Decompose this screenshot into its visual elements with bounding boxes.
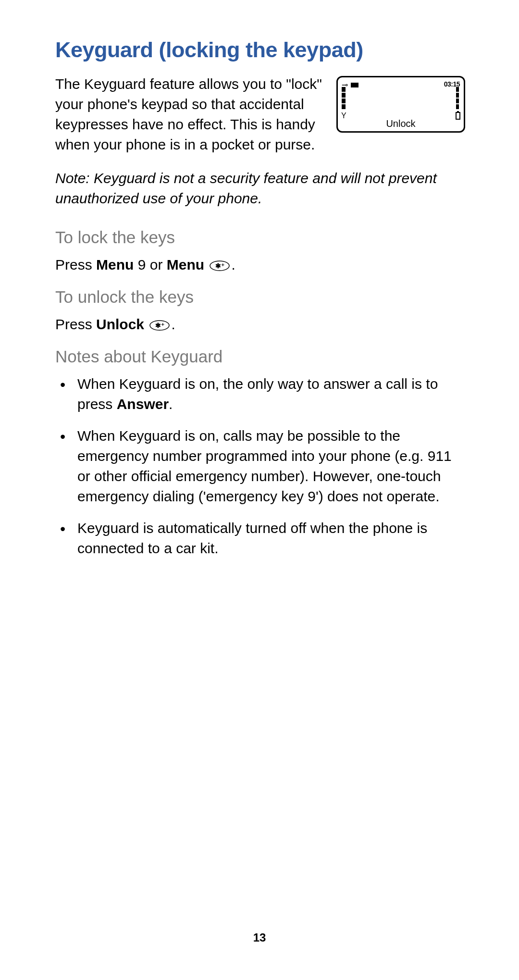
list-item: Keyguard is automatically turned off whe… <box>77 518 465 558</box>
svg-text:✱⁺: ✱⁺ <box>155 322 164 329</box>
indicator-icon <box>351 83 358 87</box>
page-title: Keyguard (locking the keypad) <box>55 37 465 62</box>
star-key-icon: ✱⁺ <box>209 260 230 272</box>
note-prefix: Note: <box>55 170 90 186</box>
phone-screen-illustration: ⊸ 03:15 Y Unlock <box>336 76 465 133</box>
intro-text: The Keyguard feature allows you to "lock… <box>55 74 326 155</box>
list-item: When Keyguard is on, calls may be possib… <box>77 426 465 507</box>
page-number: 13 <box>0 931 519 944</box>
signal-bars <box>342 87 347 110</box>
unlock-prefix: Press <box>55 316 96 332</box>
unlock-heading: To unlock the keys <box>55 287 465 307</box>
bullet-text-pre: When Keyguard is on, calls may be possib… <box>77 428 452 504</box>
notes-heading: Notes about Keyguard <box>55 347 465 366</box>
menu-label-2: Menu <box>167 257 204 273</box>
unlock-end: . <box>171 316 175 332</box>
menu-label-1: Menu <box>96 257 134 273</box>
note-text: Note: Keyguard is not a security feature… <box>55 168 465 209</box>
phone-top-row: ⊸ 03:15 <box>338 80 464 89</box>
lock-instruction: Press Menu 9 or Menu ✱⁺. <box>55 255 465 275</box>
battery-bars <box>456 87 460 110</box>
lock-end: . <box>231 257 235 273</box>
unlock-instruction: Press Unlock ✱⁺. <box>55 314 465 335</box>
star-key-icon: ✱⁺ <box>149 320 170 331</box>
unlock-label: Unlock <box>96 316 144 332</box>
bullet-text-bold: Answer <box>117 396 169 412</box>
bullet-text-pre: Keyguard is automatically turned off whe… <box>77 520 427 556</box>
bullet-text-post: . <box>169 396 173 412</box>
svg-text:✱⁺: ✱⁺ <box>215 262 224 270</box>
phone-unlock-label: Unlock <box>338 118 464 129</box>
note-body: Keyguard is not a security feature and w… <box>55 170 437 206</box>
lock-mid: 9 or <box>134 257 166 273</box>
lock-heading: To lock the keys <box>55 228 465 247</box>
intro-row: The Keyguard feature allows you to "lock… <box>55 74 465 155</box>
list-item: When Keyguard is on, the only way to ans… <box>77 374 465 414</box>
notes-list: When Keyguard is on, the only way to ans… <box>55 374 465 558</box>
lock-prefix: Press <box>55 257 96 273</box>
